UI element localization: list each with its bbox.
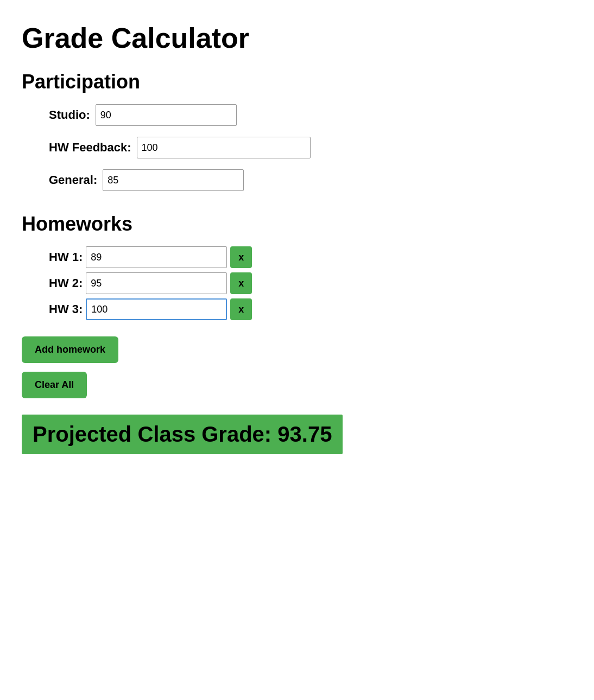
hw3-input[interactable] [86,298,227,320]
hw1-item: HW 1: x [49,246,572,268]
hw1-label: HW 1: [49,250,83,264]
hw1-input[interactable] [86,246,227,268]
participation-section: Participation Studio: HW Feedback: Gener… [22,71,572,191]
hw3-label: HW 3: [49,302,83,316]
projected-grade-container: Projected Class Grade: 93.75 [22,415,343,454]
hw2-remove-button[interactable]: x [230,272,252,294]
general-input[interactable] [103,169,244,191]
hw3-remove-button[interactable]: x [230,298,252,320]
studio-input[interactable] [96,104,237,126]
general-field-item: General: [49,169,572,191]
hw2-item: HW 2: x [49,272,572,294]
homework-field-list: HW 1: x HW 2: x HW 3: x [22,246,572,320]
homeworks-section: Homeworks HW 1: x HW 2: x HW 3: x [22,213,572,320]
projected-grade-text: Projected Class Grade: 93.75 [33,422,332,446]
hw2-label: HW 2: [49,276,83,290]
general-label: General: [49,173,97,187]
participation-field-list: Studio: HW Feedback: General: [22,104,572,191]
hw-feedback-input[interactable] [137,137,311,158]
hw2-input[interactable] [86,272,227,294]
hw-feedback-label: HW Feedback: [49,141,131,155]
add-homework-button[interactable]: Add homework [22,336,118,363]
studio-label: Studio: [49,108,90,122]
hw3-item: HW 3: x [49,298,572,320]
hw1-remove-button[interactable]: x [230,246,252,268]
participation-title: Participation [22,71,572,93]
homeworks-title: Homeworks [22,213,572,236]
clear-all-button[interactable]: Clear All [22,372,87,398]
page-title: Grade Calculator [22,22,572,54]
hw-feedback-field-item: HW Feedback: [49,137,572,158]
studio-field-item: Studio: [49,104,572,126]
